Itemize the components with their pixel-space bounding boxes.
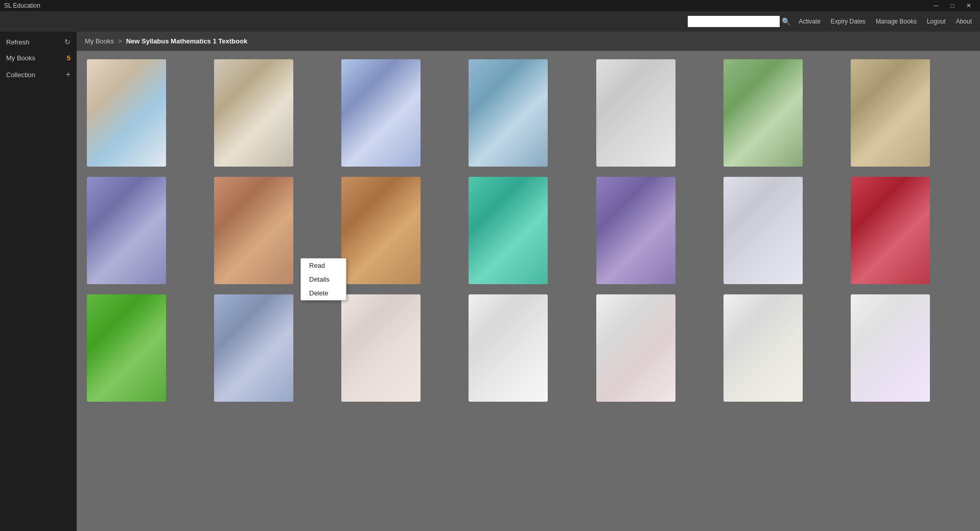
- book-cover: [851, 177, 930, 284]
- context-menu-details[interactable]: Details: [301, 272, 346, 286]
- list-item[interactable]: [724, 59, 803, 167]
- book-cover: [341, 177, 421, 284]
- book-cover: [341, 294, 421, 402]
- collection-label: Collection: [6, 71, 35, 79]
- titlebar: SL Education ─ □ ✕: [0, 0, 980, 11]
- book-cover: [724, 177, 803, 284]
- book-cover: [341, 59, 421, 167]
- manage-books-button[interactable]: Manage Books: [874, 17, 919, 26]
- book-cover: [596, 294, 675, 402]
- book-cover: [87, 294, 166, 402]
- my-books-badge: 5: [67, 54, 71, 62]
- titlebar-controls: ─ □ ✕: [929, 1, 976, 10]
- sidebar: Refresh ↻ My Books 5 Collection +: [0, 32, 77, 531]
- list-item[interactable]: [596, 294, 675, 402]
- content-area: My Books > New Syllabus Mathematics 1 Te…: [77, 32, 980, 531]
- minimize-button[interactable]: ─: [929, 1, 943, 10]
- list-item[interactable]: [851, 294, 930, 402]
- book-grid-inner: [87, 59, 970, 402]
- list-item[interactable]: [469, 59, 548, 167]
- list-item[interactable]: [214, 294, 293, 402]
- book-cover: [214, 59, 293, 167]
- app-title: SL Education: [4, 2, 40, 9]
- book-cover: [214, 294, 293, 402]
- context-menu-delete[interactable]: Delete: [301, 286, 346, 300]
- breadcrumb-current: New Syllabus Mathematics 1 Textbook: [126, 37, 247, 45]
- about-button[interactable]: About: [954, 17, 974, 26]
- list-item[interactable]: [214, 177, 293, 284]
- list-item[interactable]: [87, 294, 166, 402]
- list-item[interactable]: [851, 177, 930, 284]
- main-layout: Refresh ↻ My Books 5 Collection + My Boo…: [0, 32, 980, 531]
- book-cover: [851, 59, 930, 167]
- list-item[interactable]: [341, 294, 421, 402]
- book-cover: [469, 294, 548, 402]
- book-cover: [596, 177, 675, 284]
- list-item[interactable]: [341, 177, 421, 284]
- list-item[interactable]: [87, 59, 166, 167]
- list-item[interactable]: [851, 59, 930, 167]
- context-menu-read[interactable]: Read: [301, 259, 346, 272]
- book-cover: [87, 177, 166, 284]
- list-item[interactable]: [87, 177, 166, 284]
- book-cover: [469, 177, 548, 284]
- list-item[interactable]: [724, 294, 803, 402]
- context-menu: Read Details Delete: [300, 258, 346, 301]
- my-books-label: My Books: [6, 54, 35, 62]
- expiry-dates-button[interactable]: Expiry Dates: [829, 17, 868, 26]
- refresh-label: Refresh: [6, 38, 30, 46]
- maximize-button[interactable]: □: [945, 1, 960, 10]
- list-item[interactable]: [341, 59, 421, 167]
- sidebar-item-mybooks[interactable]: My Books 5: [0, 50, 77, 66]
- book-cover: [724, 59, 803, 167]
- breadcrumb-separator: >: [118, 37, 122, 45]
- book-cover: [214, 177, 293, 284]
- book-cover: [87, 59, 166, 167]
- list-item[interactable]: [469, 294, 548, 402]
- close-button[interactable]: ✕: [962, 1, 976, 10]
- logout-button[interactable]: Logout: [925, 17, 948, 26]
- sidebar-item-collection[interactable]: Collection +: [0, 66, 77, 83]
- search-input[interactable]: [688, 16, 780, 27]
- breadcrumb-parent[interactable]: My Books: [85, 37, 114, 45]
- search-icon-button[interactable]: 🔍: [782, 17, 790, 26]
- breadcrumb-bar: My Books > New Syllabus Mathematics 1 Te…: [77, 32, 980, 51]
- list-item[interactable]: [214, 59, 293, 167]
- search-area: 🔍: [688, 16, 790, 27]
- add-collection-icon[interactable]: +: [66, 70, 71, 79]
- list-item[interactable]: [596, 59, 675, 167]
- book-cover: [851, 294, 930, 402]
- book-cover: [724, 294, 803, 402]
- sidebar-item-refresh[interactable]: Refresh ↻: [0, 34, 77, 50]
- refresh-icon: ↻: [64, 38, 71, 46]
- activate-button[interactable]: Activate: [797, 17, 823, 26]
- list-item[interactable]: [724, 177, 803, 284]
- book-cover: [596, 59, 675, 167]
- list-item[interactable]: [469, 177, 548, 284]
- book-grid: Read Details Delete: [77, 51, 980, 531]
- book-cover: [469, 59, 548, 167]
- list-item[interactable]: [596, 177, 675, 284]
- topnav: 🔍 Activate Expiry Dates Manage Books Log…: [0, 11, 980, 32]
